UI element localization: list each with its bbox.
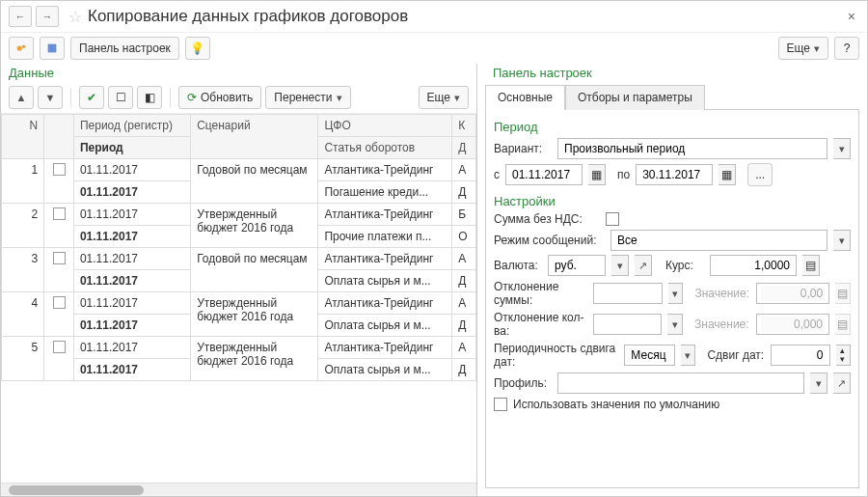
move-up-button[interactable]: ▲ [9,86,34,109]
currency-input[interactable] [553,258,601,273]
variant-field[interactable] [557,138,827,159]
col-check[interactable] [44,115,74,159]
table-row[interactable]: 401.11.2017Утвержденный бюджет 2016 года… [2,292,476,315]
period-dots-button[interactable]: ... [747,163,773,186]
dev-sum-field[interactable] [593,283,662,304]
from-date-picker[interactable]: ▦ [588,164,606,185]
currency-dropdown[interactable]: ▾ [611,255,629,276]
dots-label: ... [755,168,765,181]
table-row[interactable]: 101.11.2017Годовой по месяцамАтлантика-Т… [2,159,476,181]
profile-input[interactable] [562,375,800,391]
col-scenario[interactable]: Сценарий [191,115,318,159]
horizontal-scrollbar[interactable] [1,483,476,496]
cell-k: А [452,159,476,181]
profile-field[interactable] [557,373,804,394]
tab-main[interactable]: Основные [485,85,565,110]
dev-qty-field[interactable] [593,314,663,335]
table-row[interactable]: 201.11.2017Утвержденный бюджет 2016 года… [2,204,476,226]
chevron-down-icon: ▾ [839,143,845,155]
profile-open[interactable]: ↗ [833,373,851,394]
help-button[interactable]: ? [834,37,859,60]
value1-calc: ▤ [835,283,851,304]
cell-period-reg: 01.11.2017 [73,337,190,359]
table-row[interactable]: 501.11.2017Утвержденный бюджет 2016 года… [2,337,476,359]
toolbar-action-2[interactable] [40,37,65,60]
msg-mode-field[interactable] [610,230,827,251]
dev-qty-input[interactable] [598,317,658,332]
cell-check[interactable] [44,292,74,337]
refresh-button[interactable]: ⟳ Обновить [178,86,261,109]
period-shift-input[interactable] [629,347,670,363]
value2-input [761,317,825,332]
move-down-button[interactable]: ▼ [38,86,63,109]
rate-calc[interactable]: ▤ [802,255,820,276]
currency-open[interactable]: ↗ [635,255,652,276]
forward-button[interactable]: → [36,6,59,27]
left-section-title: Данные [1,64,476,82]
more-button-top[interactable]: Еще ▾ [778,37,828,60]
dev-qty-dropdown[interactable]: ▾ [667,314,683,335]
rate-field[interactable] [710,255,797,276]
shift-label: Сдвиг дат: [707,348,765,362]
transfer-button[interactable]: Перенести ▾ [265,86,350,109]
dev-sum-input[interactable] [598,286,657,301]
cell-check[interactable] [44,204,74,248]
col-cfo[interactable]: ЦФО [318,115,452,137]
cell-check[interactable] [44,159,74,204]
msg-mode-input[interactable] [615,233,823,248]
shift-input[interactable] [775,347,825,363]
col-k[interactable]: К [452,115,476,137]
sum-wo-vat-checkbox[interactable] [606,212,619,226]
to-date-input[interactable] [640,167,708,182]
value1-label: Значение: [694,287,750,300]
table-row[interactable]: 301.11.2017Годовой по месяцамАтлантика-Т… [2,248,476,270]
tab-filters[interactable]: Отборы и параметры [565,85,705,110]
to-date-field[interactable] [636,164,713,185]
svg-rect-2 [48,44,57,53]
col-period[interactable]: Период [73,137,190,159]
use-defaults-label: Использовать значения по умолчанию [513,398,719,411]
shift-field[interactable] [771,345,829,366]
use-defaults-checkbox[interactable] [494,398,507,411]
cell-check[interactable] [44,248,74,292]
svg-point-1 [22,45,26,49]
rate-input[interactable] [715,258,792,273]
panel-settings-button[interactable]: Панель настроек [70,37,179,60]
chevron-down-icon: ▾ [816,377,822,390]
cell-k: А [452,248,476,270]
hint-button[interactable]: 💡 [185,37,210,60]
from-date-input[interactable] [510,167,578,182]
profile-dropdown[interactable]: ▾ [810,373,827,394]
invert-check-button[interactable]: ◧ [137,86,162,109]
currency-field[interactable] [548,255,606,276]
cell-cfo: Атлантика-Трейдинг [318,292,452,315]
to-date-picker[interactable]: ▦ [719,164,736,185]
period-shift-dropdown[interactable]: ▾ [681,345,695,366]
dev-sum-dropdown[interactable]: ▾ [668,283,684,304]
toggle-icon: ◧ [145,91,155,104]
col-turnover[interactable]: Статья оборотов [318,137,452,159]
col-d[interactable]: Д [452,137,476,159]
cell-check[interactable] [44,337,74,381]
variant-dropdown[interactable]: ▾ [833,138,851,159]
variant-input[interactable] [562,141,823,156]
check-all-button[interactable]: ✔ [79,86,104,109]
close-button[interactable]: × [844,5,859,28]
toolbar-action-1[interactable] [9,37,34,60]
col-period-reg[interactable]: Период (регистр) [73,115,190,137]
col-n[interactable]: N [2,115,44,159]
refresh-label: Обновить [201,91,253,104]
period-shift-field[interactable] [624,345,675,366]
calc-icon: ▤ [837,287,848,300]
favorite-star-icon[interactable]: ☆ [68,8,82,26]
back-button[interactable]: ← [9,6,32,27]
scrollbar-thumb[interactable] [9,485,144,495]
msg-mode-dropdown[interactable]: ▾ [833,230,851,251]
data-table[interactable]: N Период (регистр) Сценарий ЦФО К Период… [1,114,476,381]
chevron-down-icon: ▾ [337,92,342,104]
from-date-field[interactable] [505,164,583,185]
uncheck-all-button[interactable]: ☐ [108,86,133,109]
shift-spinner[interactable]: ▴▾ [836,345,851,366]
more-button-grid[interactable]: Еще▾ [419,86,469,109]
calendar-icon: ▦ [591,168,602,181]
